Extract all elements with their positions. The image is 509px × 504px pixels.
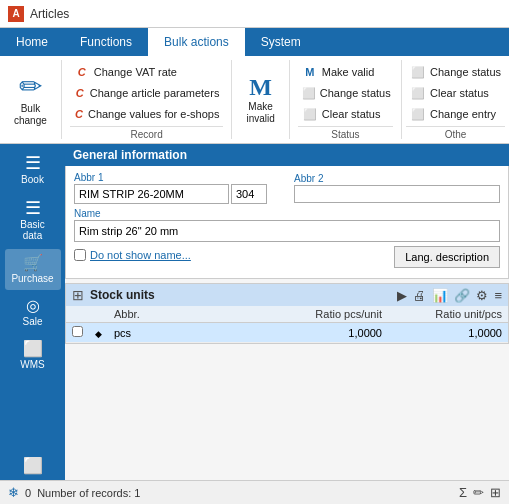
do-not-show-checkbox[interactable] <box>74 249 86 261</box>
sidebar-book-label: Book <box>21 174 44 185</box>
print-icon[interactable]: 🖨 <box>413 288 426 303</box>
change-article-label: Change article parameters <box>90 87 220 99</box>
row-ratio-pcs-cell: 1,0000 <box>268 323 388 343</box>
bulk-change-icon: ✏ <box>19 73 42 101</box>
tab-bulk-actions[interactable]: Bulk actions <box>148 28 245 56</box>
do-not-show-label[interactable]: Do not show name... <box>90 249 191 261</box>
sidebar: ☰ Book ☰ Basicdata 🛒 Purchase ◎ Sale ⬜ W… <box>0 144 65 480</box>
change-values-label: Change values for e-shops <box>88 108 219 120</box>
title-bar: A Articles <box>0 0 509 28</box>
col-diamond <box>89 306 108 323</box>
ribbon-tabs: Home Functions Bulk actions System <box>0 28 509 56</box>
sale-icon: ◎ <box>26 298 40 314</box>
sidebar-item-basic-data[interactable]: ☰ Basicdata <box>5 193 61 247</box>
chart-icon[interactable]: 📊 <box>432 288 448 303</box>
stock-units-header: ⊞ Stock units ▶ 🖨 📊 🔗 ⚙ ≡ <box>66 284 508 306</box>
edit-icon[interactable]: ✏ <box>473 485 484 500</box>
export-icon[interactable]: ⊞ <box>490 485 501 500</box>
menu-icon[interactable]: ≡ <box>494 288 502 303</box>
make-invalid-icon: M <box>249 75 272 99</box>
change-article-button[interactable]: C Change article parameters <box>70 83 224 103</box>
wms-icon: ⬜ <box>23 341 43 357</box>
main-layout: ☰ Book ☰ Basicdata 🛒 Purchase ◎ Sale ⬜ W… <box>0 144 509 480</box>
link-icon[interactable]: 🔗 <box>454 288 470 303</box>
row-abbr-cell: pcs <box>108 323 268 343</box>
clear-status2-label: Clear status <box>430 87 489 99</box>
abbr2-input[interactable] <box>294 185 500 203</box>
sidebar-item-sale[interactable]: ◎ Sale <box>5 292 61 333</box>
row-diamond-cell: ◆ <box>89 323 108 343</box>
change-status2-icon: ⬜ <box>410 64 426 80</box>
change-values-button[interactable]: C Change values for e-shops <box>70 104 224 124</box>
general-info-body: Abbr 1 Abbr 2 Name <box>65 166 509 279</box>
change-vat-button[interactable]: C Change VAT rate <box>70 62 224 82</box>
change-entry-button[interactable]: ⬜ Change entry <box>406 104 505 124</box>
change-article-icon: C <box>74 85 86 101</box>
row-checkbox[interactable] <box>72 326 83 337</box>
tab-system[interactable]: System <box>245 28 317 56</box>
make-invalid-button[interactable]: M Makeinvalid <box>240 73 280 127</box>
general-info-section: General information Abbr 1 Abbr 2 <box>65 144 509 279</box>
status-group-label: Status <box>298 126 393 140</box>
general-info-header: General information <box>65 144 509 166</box>
tab-functions[interactable]: Functions <box>64 28 148 56</box>
sidebar-item-book[interactable]: ☰ Book <box>5 148 61 191</box>
ribbon-group-record: C Change VAT rate C Change article param… <box>62 60 233 139</box>
clear-status-button[interactable]: ⬜ Clear status <box>298 104 393 124</box>
change-vat-icon: C <box>74 64 90 80</box>
bulk-change-label: Bulkchange <box>14 103 47 127</box>
row-ratio-unit-cell: 1,0000 <box>388 323 508 343</box>
sidebar-item-wms[interactable]: ⬜ WMS <box>5 335 61 376</box>
name-input[interactable] <box>74 220 500 242</box>
change-status-button[interactable]: ⬜ Change status <box>298 83 393 103</box>
col-ratio-unit: Ratio unit/pcs <box>388 306 508 323</box>
do-not-show-row: Do not show name... <box>74 249 191 261</box>
make-valid-button[interactable]: M Make valid <box>298 62 393 82</box>
abbr-number-input[interactable] <box>231 184 267 204</box>
abbr1-label: Abbr 1 <box>74 172 280 183</box>
change-status-icon: ⬜ <box>302 85 316 101</box>
sidebar-wms-label: WMS <box>20 359 44 370</box>
name-label: Name <box>74 208 500 219</box>
name-row: Name <box>74 208 500 242</box>
status-snowflake-icon: ❄ <box>8 485 19 500</box>
col-abbr: Abbr. <box>108 306 268 323</box>
sidebar-item-purchase[interactable]: 🛒 Purchase <box>5 249 61 290</box>
record-group-label: Record <box>70 126 224 140</box>
col-ratio-pcs: Ratio pcs/unit <box>268 306 388 323</box>
play-icon[interactable]: ▶ <box>397 288 407 303</box>
change-entry-label: Change entry <box>430 108 496 120</box>
tab-home[interactable]: Home <box>0 28 64 56</box>
change-status2-button[interactable]: ⬜ Change status <box>406 62 505 82</box>
stock-units-table: Abbr. Ratio pcs/unit Ratio unit/pcs ◆ pc… <box>66 306 508 343</box>
sidebar-sale-label: Sale <box>22 316 42 327</box>
lang-description-button[interactable]: Lang. description <box>394 246 500 268</box>
abbr-row: Abbr 1 Abbr 2 <box>74 172 500 204</box>
purchase-icon: 🛒 <box>23 255 43 271</box>
bulk-change-button[interactable]: ✏ Bulkchange <box>8 71 53 129</box>
abbr1-input[interactable] <box>74 184 229 204</box>
app-icon: A <box>8 6 24 22</box>
make-valid-icon: M <box>302 64 318 80</box>
change-values-icon: C <box>74 106 84 122</box>
book-icon: ☰ <box>25 154 41 172</box>
ribbon-group-other: ⬜ Change status ⬜ Clear status ⬜ Change … <box>402 60 509 139</box>
settings-icon[interactable]: ⚙ <box>476 288 488 303</box>
basic-data-icon: ☰ <box>25 199 41 217</box>
make-valid-label: Make valid <box>322 66 375 78</box>
sum-icon[interactable]: Σ <box>459 485 467 500</box>
abbr2-label: Abbr 2 <box>294 173 500 184</box>
sidebar-basic-label: Basicdata <box>20 219 44 241</box>
ribbon-group-status: M Make valid ⬜ Change status ⬜ Clear sta… <box>290 60 402 139</box>
change-vat-label: Change VAT rate <box>94 66 177 78</box>
sidebar-purchase-label: Purchase <box>11 273 53 284</box>
bottom-icon: ⬜ <box>23 458 43 474</box>
col-check <box>66 306 89 323</box>
ribbon-make-invalid-group: M Makeinvalid <box>232 60 289 139</box>
table-row[interactable]: ◆ pcs 1,0000 1,0000 <box>66 323 508 343</box>
ribbon-content: ✏ Bulkchange C Change VAT rate C Change … <box>0 56 509 144</box>
make-invalid-label: Makeinvalid <box>246 101 274 125</box>
clear-status2-button[interactable]: ⬜ Clear status <box>406 83 505 103</box>
sidebar-item-bottom[interactable]: ⬜ <box>5 452 61 480</box>
status-count: 0 <box>25 487 31 499</box>
